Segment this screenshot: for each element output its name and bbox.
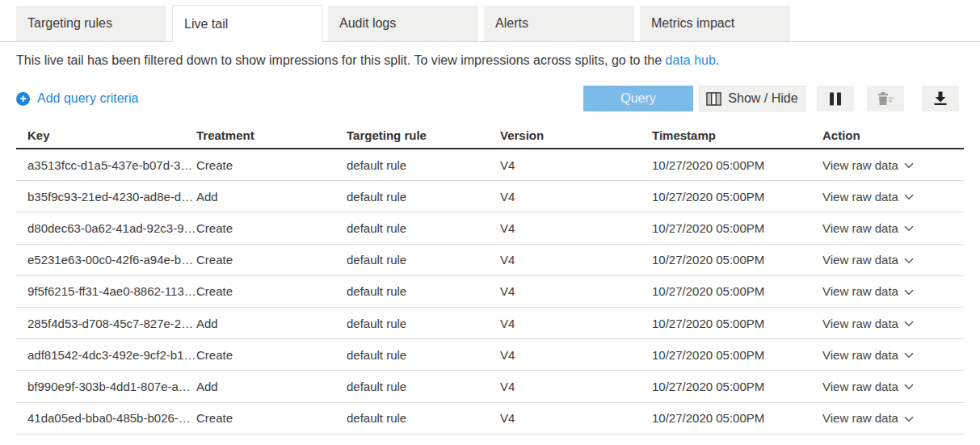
chevron-down-icon [904, 258, 914, 264]
column-header-version: Version [500, 128, 652, 142]
column-header-targeting-rule: Targeting rule [347, 128, 500, 142]
targeting-rule-cell: default rule [347, 253, 500, 267]
version-cell: V4 [500, 158, 652, 172]
add-query-criteria-button[interactable]: + Add query criteria [16, 86, 138, 111]
action-cell: View raw data [822, 158, 964, 172]
chevron-down-icon [904, 225, 914, 232]
view-raw-data-button[interactable]: View raw data [822, 221, 914, 235]
key-cell: 9f5f6215-ff31-4ae0-8862-113… [16, 284, 196, 298]
table-row: b35f9c93-21ed-4230-ad8e-d…Adddefault rul… [16, 181, 964, 212]
key-cell: a3513fcc-d1a5-437e-b07d-3… [16, 158, 196, 172]
table-row: d80dec63-0a62-41ad-92c3-9…Createdefault … [16, 212, 964, 244]
tab-audit-logs[interactable]: Audit logs [328, 6, 478, 41]
column-header-treatment: Treatment [196, 128, 347, 142]
action-cell: View raw data [822, 380, 964, 393]
timestamp-cell: 10/27/2020 05:00PM [652, 411, 822, 425]
targeting-rule-cell: default rule [347, 284, 500, 298]
targeting-rule-cell: default rule [347, 221, 500, 235]
columns-icon [706, 92, 721, 106]
view-raw-data-button[interactable]: View raw data [822, 411, 914, 425]
targeting-rule-cell: default rule [347, 317, 500, 330]
table-row: 9f5f6215-ff31-4ae0-8862-113…Createdefaul… [16, 276, 964, 308]
table-body: a3513fcc-d1a5-437e-b07d-3…Createdefault … [16, 149, 964, 435]
show-hide-label: Show / Hide [728, 91, 797, 106]
download-icon [933, 91, 948, 106]
version-cell: V4 [500, 411, 652, 425]
live-tail-notice: This live tail has been filtered down to… [16, 52, 964, 69]
key-cell: d80dec63-0a62-41ad-92c3-9… [16, 221, 196, 235]
view-raw-data-button[interactable]: View raw data [822, 380, 914, 393]
view-raw-data-button[interactable]: View raw data [822, 158, 914, 172]
view-raw-data-button[interactable]: View raw data [822, 317, 914, 330]
view-raw-data-button[interactable]: View raw data [822, 190, 914, 204]
treatment-cell: Add [196, 380, 347, 393]
treatment-cell: Create [196, 221, 347, 235]
tab-live-tail[interactable]: Live tail [172, 5, 322, 42]
key-cell: adf81542-4dc3-492e-9cf2-b1… [16, 348, 196, 362]
view-raw-data-button[interactable]: View raw data [822, 348, 914, 362]
column-header-timestamp: Timestamp [652, 128, 822, 142]
tab-alerts[interactable]: Alerts [484, 6, 634, 41]
live-tail-table: Key Treatment Targeting rule Version Tim… [16, 123, 964, 435]
version-cell: V4 [500, 380, 652, 393]
pause-button[interactable] [817, 86, 854, 111]
key-cell: e5231e63-00c0-42f6-a94e-b… [16, 253, 196, 267]
view-raw-data-label: View raw data [822, 348, 898, 362]
action-cell: View raw data [822, 348, 964, 362]
notice-text: This live tail has been filtered down to… [16, 53, 666, 67]
view-raw-data-label: View raw data [822, 158, 898, 172]
show-hide-columns-button[interactable]: Show / Hide [699, 86, 805, 111]
column-header-key: Key [16, 128, 196, 142]
action-cell: View raw data [822, 190, 964, 204]
timestamp-cell: 10/27/2020 05:00PM [652, 348, 822, 362]
version-cell: V4 [500, 317, 652, 330]
chevron-down-icon [904, 384, 914, 390]
treatment-cell: Create [196, 411, 347, 425]
view-raw-data-button[interactable]: View raw data [822, 284, 914, 298]
column-header-action: Action [822, 128, 964, 142]
treatment-cell: Add [196, 317, 347, 330]
treatment-cell: Create [196, 253, 347, 267]
chevron-down-icon [904, 289, 914, 296]
key-cell: 41da05ed-bba0-485b-b026-… [16, 411, 196, 425]
timestamp-cell: 10/27/2020 05:00PM [652, 221, 822, 235]
chevron-down-icon [904, 416, 914, 422]
targeting-rule-cell: default rule [347, 380, 500, 393]
targeting-rule-cell: default rule [347, 348, 500, 362]
toolbar-buttons: Query Show / Hide [583, 86, 959, 111]
view-raw-data-label: View raw data [822, 190, 898, 204]
targeting-rule-cell: default rule [347, 158, 500, 172]
add-query-criteria-label: Add query criteria [37, 91, 138, 106]
download-button[interactable] [922, 86, 959, 111]
version-cell: V4 [500, 284, 652, 298]
table-row: e5231e63-00c0-42f6-a94e-b…Createdefault … [16, 245, 964, 276]
chevron-down-icon [904, 352, 914, 359]
view-raw-data-label: View raw data [822, 253, 898, 267]
view-raw-data-label: View raw data [822, 284, 898, 298]
tab-targeting-rules[interactable]: Targeting rules [16, 6, 166, 41]
table-row: bf990e9f-303b-4dd1-807e-a…Adddefault rul… [16, 371, 964, 402]
timestamp-cell: 10/27/2020 05:00PM [652, 190, 822, 204]
chevron-down-icon [904, 162, 914, 169]
key-cell: 285f4d53-d708-45c7-827e-2… [16, 317, 196, 330]
timestamp-cell: 10/27/2020 05:00PM [652, 380, 822, 393]
clear-button[interactable] [867, 86, 904, 111]
view-raw-data-button[interactable]: View raw data [822, 253, 914, 267]
targeting-rule-cell: default rule [347, 190, 500, 204]
action-cell: View raw data [822, 317, 964, 330]
key-cell: bf990e9f-303b-4dd1-807e-a… [16, 380, 196, 393]
data-hub-link[interactable]: data hub [666, 53, 716, 67]
pause-icon [829, 92, 842, 106]
tab-metrics-impact[interactable]: Metrics impact [640, 6, 790, 41]
timestamp-cell: 10/27/2020 05:00PM [652, 284, 822, 298]
version-cell: V4 [500, 190, 652, 204]
view-raw-data-label: View raw data [822, 221, 898, 235]
view-raw-data-label: View raw data [822, 411, 898, 425]
query-button[interactable]: Query [583, 86, 693, 111]
tab-bar: Targeting rules Live tail Audit logs Ale… [0, 0, 980, 42]
action-cell: View raw data [822, 284, 964, 298]
toolbar: + Add query criteria Query Show / Hide [0, 86, 980, 111]
table-header: Key Treatment Targeting rule Version Tim… [16, 123, 964, 149]
action-cell: View raw data [822, 253, 964, 267]
version-cell: V4 [500, 221, 652, 235]
